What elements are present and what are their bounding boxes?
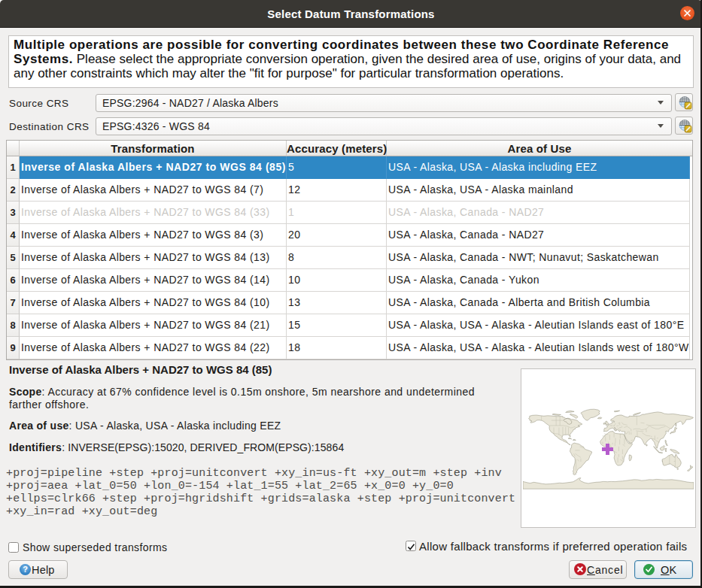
- svg-text:?: ?: [23, 565, 28, 574]
